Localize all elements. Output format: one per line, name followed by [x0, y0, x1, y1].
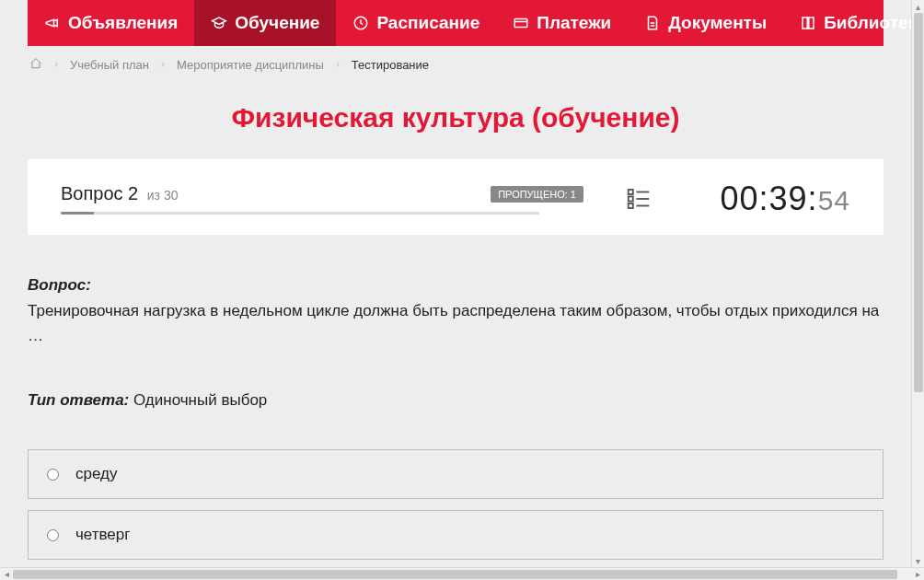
- progress-fill: [61, 212, 94, 215]
- breadcrumb-item[interactable]: Мероприятие дисциплины: [177, 58, 324, 72]
- clock-icon: [352, 15, 369, 31]
- book-icon: [800, 15, 816, 31]
- svg-rect-1: [514, 19, 527, 28]
- progress-bar: [61, 212, 539, 215]
- question-prompt-text: Тренировочная нагрузка в недельном цикле…: [28, 299, 884, 348]
- nav-item-library[interactable]: Библиотека: [783, 0, 911, 46]
- megaphone-icon: [44, 15, 61, 31]
- chevron-right-icon: [333, 58, 342, 72]
- option-label: среду: [75, 465, 117, 483]
- answer-type-label: Тип ответа:: [28, 391, 129, 409]
- missed-badge: ПРОПУЩЕНО: 1: [491, 186, 583, 203]
- status-panel: Вопрос 2 из 30 ПРОПУЩЕНО: 1 00: [28, 159, 884, 235]
- nav-label: Документы: [668, 13, 767, 33]
- nav-item-documents[interactable]: Документы: [628, 0, 783, 46]
- page-title: Физическая культура (обучение): [0, 102, 911, 133]
- answer-option[interactable]: четверг: [28, 510, 884, 560]
- graduation-cap-icon: [211, 15, 227, 31]
- answer-type-value: Одиночный выбор: [133, 391, 267, 409]
- breadcrumb-item-current: Тестирование: [352, 58, 429, 72]
- chevron-right-icon: [158, 58, 167, 72]
- horizontal-scrollbar[interactable]: ◂ ▸: [0, 567, 924, 580]
- answer-option[interactable]: среду: [28, 449, 884, 499]
- nav-item-payments[interactable]: Платежи: [496, 0, 628, 46]
- scroll-track[interactable]: [912, 13, 925, 554]
- nav-label: Платежи: [537, 13, 611, 33]
- svg-rect-3: [629, 197, 633, 202]
- breadcrumb: Учебный план Мероприятие дисциплины Тест…: [0, 46, 911, 73]
- timer: 00:39:54: [694, 180, 850, 218]
- question-number-label: Вопрос 2 из 30: [61, 183, 179, 204]
- question-progress: Вопрос 2 из 30 ПРОПУЩЕНО: 1: [61, 183, 583, 215]
- scroll-left-arrow[interactable]: ◂: [0, 568, 13, 581]
- document-icon: [644, 15, 661, 31]
- question-body: Вопрос: Тренировочная нагрузка в недельн…: [28, 273, 884, 412]
- svg-rect-4: [629, 203, 633, 208]
- scroll-up-arrow[interactable]: ▴: [912, 0, 925, 13]
- nav-item-announcements[interactable]: Объявления: [28, 0, 194, 46]
- scroll-thumb[interactable]: [914, 13, 923, 392]
- chevron-right-icon: [52, 58, 61, 72]
- answer-options: среду четверг: [28, 449, 884, 567]
- radio-input[interactable]: [47, 469, 59, 481]
- nav-label: Библиотека: [824, 13, 911, 33]
- radio-input[interactable]: [47, 529, 59, 541]
- nav-label: Расписание: [376, 13, 479, 33]
- vertical-scrollbar[interactable]: ▴ ▾: [911, 0, 924, 567]
- svg-rect-2: [629, 190, 633, 194]
- question-list-button[interactable]: [620, 185, 657, 213]
- nav-label: Объявления: [68, 13, 178, 33]
- scroll-down-arrow[interactable]: ▾: [912, 554, 925, 567]
- option-label: четверг: [75, 526, 130, 544]
- home-icon[interactable]: [29, 57, 42, 73]
- scroll-thumb[interactable]: [13, 570, 897, 579]
- nav-label: Обучение: [235, 13, 319, 33]
- main-nav: Объявления Обучение Расписание Платежи: [28, 0, 884, 46]
- breadcrumb-item[interactable]: Учебный план: [70, 58, 149, 72]
- nav-item-schedule[interactable]: Расписание: [336, 0, 496, 46]
- scroll-track[interactable]: [13, 568, 911, 581]
- nav-item-education[interactable]: Обучение: [194, 0, 336, 46]
- credit-card-icon: [513, 15, 529, 31]
- scroll-right-arrow[interactable]: ▸: [911, 568, 924, 581]
- question-prompt-label: Вопрос:: [28, 276, 91, 294]
